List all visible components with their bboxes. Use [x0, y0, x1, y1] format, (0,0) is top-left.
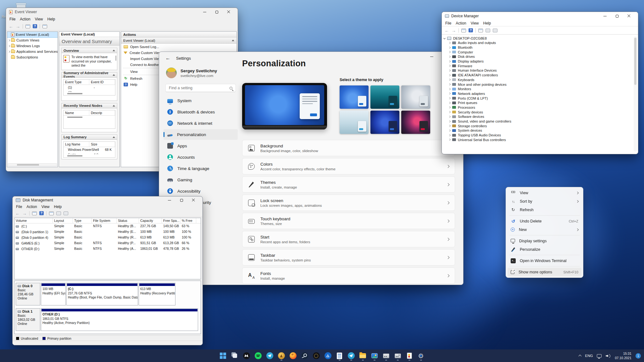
sidebar-item-apps[interactable]: Apps: [164, 140, 238, 151]
back-icon[interactable]: ←: [165, 55, 170, 61]
tray-overflow-chevron-icon[interactable]: [578, 355, 581, 358]
collapse-icon[interactable]: [113, 136, 115, 138]
column-header-free[interactable]: % Free: [180, 218, 196, 223]
context-menu-item-sort-by[interactable]: Sort by: [508, 197, 581, 206]
column-header-file-system[interactable]: File System: [92, 218, 117, 223]
collapse-chevron-icon[interactable]: [443, 37, 446, 39]
console-window-icon[interactable]: [25, 25, 30, 28]
back-arrow-icon[interactable]: ←: [9, 24, 13, 29]
search-input[interactable]: [169, 86, 230, 90]
column-header-layout[interactable]: Layout: [53, 218, 73, 223]
remote-monitor-icon[interactable]: [493, 29, 497, 32]
sidebar-item-system[interactable]: System: [164, 95, 238, 106]
expand-chevron-icon[interactable]: [448, 92, 451, 95]
context-menu-item-view[interactable]: View: [508, 189, 581, 197]
expand-chevron-icon[interactable]: [448, 106, 451, 108]
device-category-processors[interactable]: Processors: [444, 105, 637, 110]
maximize-button[interactable]: [175, 196, 187, 204]
expand-chevron-icon[interactable]: [448, 134, 451, 136]
help-icon[interactable]: ?: [33, 24, 37, 28]
maximize-button[interactable]: [211, 8, 223, 16]
event-viewer-titlebar[interactable]: Event Viewer: [6, 8, 238, 16]
menu-item-view[interactable]: View: [33, 17, 45, 22]
search-box[interactable]: [165, 84, 236, 92]
taskbar-icon-steam[interactable]: [301, 351, 309, 361]
sidebar-item-accessibility[interactable]: Accessibility: [164, 186, 238, 196]
device-category-keyboards[interactable]: Keyboards: [444, 78, 637, 82]
expand-chevron-icon[interactable]: [448, 120, 451, 122]
horizontal-scroll-thumb[interactable]: [67, 155, 82, 156]
help-icon[interactable]: ?: [39, 211, 44, 215]
back-arrow-icon[interactable]: ←: [15, 211, 20, 216]
sidebar-item-gaming[interactable]: Gaming: [164, 174, 238, 185]
sidebar-item-bluetooth-devices[interactable]: Bluetooth & devices: [164, 107, 238, 117]
menu-item-help[interactable]: Help: [45, 17, 58, 22]
device-manager-titlebar[interactable]: Device Manager: [442, 12, 638, 20]
sidebar-item-time-language[interactable]: Time & language: [164, 163, 238, 174]
menu-item-file[interactable]: File: [7, 17, 18, 22]
maximize-button[interactable]: [611, 12, 623, 20]
expand-chevron-icon[interactable]: [448, 46, 451, 48]
menu-item-action[interactable]: Action: [18, 17, 32, 22]
section-header[interactable]: Log Summary: [61, 134, 117, 140]
vertical-scrollbar[interactable]: [634, 36, 637, 151]
column-header-size[interactable]: Size: [89, 142, 115, 147]
settings-row-lock-screen[interactable]: Lock screenLock screen images, apps, ani…: [242, 195, 455, 211]
table-row[interactable]: Windows PowerShell68 K: [64, 147, 115, 152]
column-header-type[interactable]: Type: [73, 218, 92, 223]
horizontal-scroll-thumb[interactable]: [67, 117, 82, 118]
close-button[interactable]: [187, 196, 199, 204]
console-window-icon[interactable]: [478, 29, 483, 32]
expand-chevron-icon[interactable]: [448, 116, 451, 118]
close-button[interactable]: [623, 12, 635, 20]
expand-chevron-icon[interactable]: [448, 51, 451, 53]
volume-row-c[interactable]: (C:)SimpleBasicNTFSHealthy (B...237,76 G…: [14, 223, 201, 229]
expand-chevron-icon[interactable]: [448, 74, 451, 76]
user-profile[interactable]: Sergey Svetlichny svetlichny@live.com: [164, 66, 238, 80]
taskbar-icon-photos[interactable]: [370, 351, 379, 361]
device-category-ports-com-lpt[interactable]: Ports (COM & LPT): [444, 96, 637, 101]
device-category-mice-and-other-pointing-devices[interactable]: Mice and other pointing devices: [444, 82, 637, 87]
column-header-volume[interactable]: Volume: [14, 218, 53, 223]
network-icon[interactable]: [597, 354, 602, 358]
scan-hardware-icon[interactable]: [486, 29, 490, 32]
context-menu-item-new[interactable]: New: [508, 225, 581, 234]
volume-icon[interactable]: [606, 354, 611, 358]
vertical-scrollbar[interactable]: [115, 56, 116, 61]
device-category-display-adapters[interactable]: Display adapters: [444, 59, 637, 64]
column-header-capacity[interactable]: Capacity: [139, 218, 162, 223]
collapse-icon[interactable]: [232, 40, 234, 41]
partition[interactable]: (C:)237,76 GB NTFSHealthy (Boot, Page Fi…: [66, 283, 138, 305]
context-menu-item-display-settings[interactable]: Display settings: [508, 237, 581, 245]
expand-chevron-icon[interactable]: [448, 65, 451, 67]
sidebar-item-network-internet[interactable]: Network & internet: [164, 118, 238, 129]
taskbar-icon-telegram-alt[interactable]: [347, 351, 355, 361]
expand-chevron-icon[interactable]: [448, 56, 451, 58]
taskbar-icon-gold[interactable]: [277, 351, 286, 361]
console-window-icon[interactable]: [32, 211, 37, 215]
expand-chevron-icon[interactable]: [448, 129, 451, 132]
console-window-icon[interactable]: [461, 29, 466, 32]
settings-row-fonts[interactable]: FontsInstall, manage: [242, 267, 455, 284]
expand-chevron-icon[interactable]: [8, 45, 10, 47]
taskbar-icon-firefox[interactable]: [289, 351, 297, 361]
section-header[interactable]: Summary of Administrative Events: [61, 72, 117, 78]
taskbar-icon-spotify[interactable]: [254, 351, 262, 361]
tree-item-custom-views[interactable]: Custom Views: [7, 37, 58, 43]
tree-item-windows-logs[interactable]: Windows Logs: [7, 43, 58, 49]
context-menu-item-show-more-options[interactable]: Show more optionsShift+F10: [508, 268, 581, 276]
tree-item-applications-and-services-lo[interactable]: Applications and Services Lo: [7, 49, 58, 54]
expand-chevron-icon[interactable]: [448, 111, 451, 113]
device-category-system-devices[interactable]: System devices: [444, 128, 637, 133]
menu-item-action[interactable]: Action: [453, 21, 468, 26]
properties-icon[interactable]: [64, 211, 68, 215]
device-category-bluetooth[interactable]: Bluetooth: [444, 45, 637, 50]
language-indicator[interactable]: ENG: [585, 354, 593, 358]
collapse-icon[interactable]: [113, 105, 115, 107]
expand-chevron-icon[interactable]: [448, 60, 451, 63]
menu-item-help[interactable]: Help: [52, 204, 64, 209]
forward-arrow-icon[interactable]: →: [452, 28, 456, 33]
disk-label[interactable]: Disk 0Basic238,46 GBOnline: [16, 283, 40, 305]
taskbar-icon-wolf[interactable]: [242, 351, 251, 361]
taskbar-icon-ring[interactable]: [312, 351, 320, 361]
